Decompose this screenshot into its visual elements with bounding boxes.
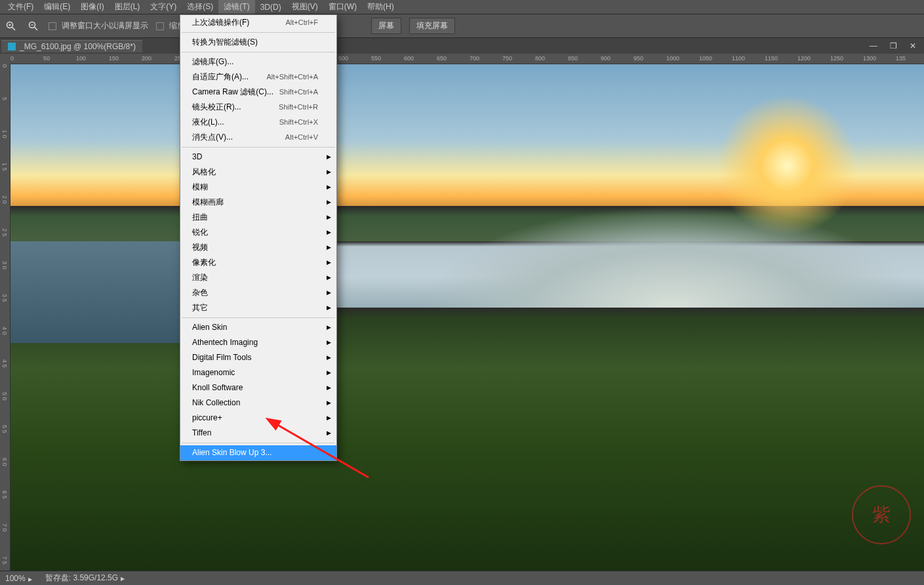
menu-item[interactable]: Alien Skin▶ [180,320,336,335]
ruler-tick: 50 [43,55,50,62]
menu-item[interactable]: Digital Film Tools▶ [180,350,336,365]
filter-menu-dropdown: 上次滤镜操作(F)Alt+Ctrl+F转换为智能滤镜(S)滤镜库(G)...自适… [180,14,337,461]
ruler-tick: 4 5 [1,359,8,368]
ruler-tick: 3 5 [1,294,8,302]
menu-item[interactable]: Camera Raw 滤镜(C)...Shift+Ctrl+A [180,85,336,100]
menu-item-label: 镜头校正(R)... [192,102,241,113]
menu-item[interactable]: 视频▶ [180,240,336,255]
ruler-tick: 5 5 [1,425,8,434]
menu-item[interactable]: 自适应广角(A)...Alt+Shift+Ctrl+A [180,70,336,85]
menu-item[interactable]: 模糊▶ [180,180,336,195]
ruler-tick: 900 [601,55,611,62]
menu-item[interactable]: Alien Skin Blow Up 3... [180,445,336,460]
submenu-arrow-icon: ▶ [327,242,331,253]
menu-item[interactable]: 锐化▶ [180,225,336,240]
ruler-tick: 550 [371,55,381,62]
ruler-tick: 5 [1,97,8,100]
menu-select[interactable]: 选择(S) [182,0,218,14]
menu-item[interactable]: 3D▶ [180,150,336,165]
menu-item[interactable]: Nik Collection▶ [180,395,336,411]
menu-item-label: Tiffen [192,428,211,439]
submenu-arrow-icon: ▶ [327,413,331,424]
menu-item[interactable]: piccure+▶ [180,411,336,426]
menu-item[interactable]: 滤镜库(G)... [180,54,336,70]
menu-item[interactable]: 镜头校正(R)...Shift+Ctrl+R [180,100,336,115]
submenu-arrow-icon: ▶ [327,322,331,333]
image-content: 紫 [10,64,924,571]
menu-type[interactable]: 文字(Y) [145,0,182,14]
checkbox-icon [156,22,164,30]
menu-file[interactable]: 文件(F) [3,0,39,14]
submenu-arrow-icon: ▶ [327,227,331,238]
menu-item-label: 其它 [192,302,208,313]
ruler-tick: 7 5 [1,556,8,565]
menu-view[interactable]: 视图(V) [287,0,323,14]
ruler-tick: 0 [10,55,14,62]
menu-item[interactable]: Tiffen▶ [180,426,336,441]
window-minimize-button[interactable]: — [864,38,883,54]
chevron-down-icon: ▶ [28,576,32,582]
document-tab[interactable]: _MG_6100.jpg @ 100%(RGB/8*) [1,40,142,52]
ruler-tick: 1050 [699,55,712,62]
menu-item[interactable]: 渲染▶ [180,270,336,285]
window-close-button[interactable]: ✕ [903,38,923,54]
options-bar: 调整窗口大小以满屏显示 缩放 屏幕 填充屏幕 [0,14,924,38]
menu-image[interactable]: 图像(I) [75,0,109,14]
ruler-tick: 750 [502,55,512,62]
fit-checkbox[interactable]: 调整窗口大小以满屏显示 [49,20,148,31]
menu-window[interactable]: 窗口(W) [323,0,362,14]
ruler-tick: 1250 [830,55,843,62]
window-restore-button[interactable]: ❐ [883,38,903,54]
menu-3d[interactable]: 3D(D) [255,1,287,13]
menu-item-label: 杂色 [192,287,208,298]
menu-separator [182,32,335,33]
zoom-out-icon[interactable] [26,19,41,33]
menu-item[interactable]: Knoll Software▶ [180,380,336,395]
menu-item-label: Imagenomic [192,367,235,378]
menu-item[interactable]: 模糊画廊▶ [180,195,336,210]
menu-edit[interactable]: 编辑(E) [39,0,75,14]
menu-item-label: Camera Raw 滤镜(C)... [192,87,273,98]
zoom-level[interactable]: 100%▶ [5,574,32,583]
menu-item-label: 像素化 [192,257,216,268]
menu-item-label: Athentech Imaging [192,337,258,348]
menu-item[interactable]: 风格化▶ [180,165,336,180]
submenu-arrow-icon: ▶ [327,382,331,393]
menu-item[interactable]: 上次滤镜操作(F)Alt+Ctrl+F [180,15,336,30]
menu-item[interactable]: Athentech Imaging▶ [180,335,336,350]
ruler-tick: 1150 [765,55,778,62]
menu-item[interactable]: 转换为智能滤镜(S) [180,35,336,50]
ruler-tick: 1000 [666,55,679,62]
ruler-horizontal[interactable]: 0501001502002503003504004505005506006507… [10,54,924,64]
ruler-vertical[interactable]: 051 01 52 02 53 03 54 04 55 05 56 06 57 … [0,64,10,571]
fill-screen-button[interactable]: 填充屏幕 [409,18,455,34]
ruler-tick: 4 0 [1,327,8,335]
menu-item[interactable]: 扭曲▶ [180,210,336,225]
menu-separator [182,443,335,443]
zoom-in-icon[interactable] [4,19,18,33]
menu-item[interactable]: 杂色▶ [180,285,336,300]
menu-item[interactable]: 消失点(V)...Alt+Ctrl+V [180,130,336,145]
menu-item-shortcut: Shift+Ctrl+R [279,102,318,113]
menu-item-label: 液化(L)... [192,117,224,128]
menu-layer[interactable]: 图层(L) [110,0,146,14]
menu-item-label: 自适应广角(A)... [192,71,249,83]
svg-line-5 [35,27,38,30]
submenu-arrow-icon: ▶ [327,397,331,409]
document-canvas[interactable]: 紫 [10,64,924,571]
menu-help[interactable]: 帮助(H) [362,0,399,14]
status-bar: 100%▶ 暂存盘: 3.59G/12.5G▶ [0,571,924,585]
scratch-disk-info: 暂存盘: 3.59G/12.5G▶ [45,573,125,584]
svg-line-1 [12,27,16,30]
menu-item[interactable]: Imagenomic▶ [180,365,336,380]
ruler-tick: 3 0 [1,261,8,270]
menu-item-label: 3D [192,151,202,163]
ruler-tick: 5 0 [1,392,8,401]
screen-partial-button[interactable]: 屏幕 [371,18,401,34]
menu-item[interactable]: 像素化▶ [180,255,336,270]
document-title: _MG_6100.jpg @ 100%(RGB/8*) [20,42,136,51]
menu-item[interactable]: 其它▶ [180,300,336,315]
menu-filter[interactable]: 滤镜(T) [218,0,254,14]
ruler-tick: 135 [896,55,906,62]
menu-item[interactable]: 液化(L)...Shift+Ctrl+X [180,115,336,130]
